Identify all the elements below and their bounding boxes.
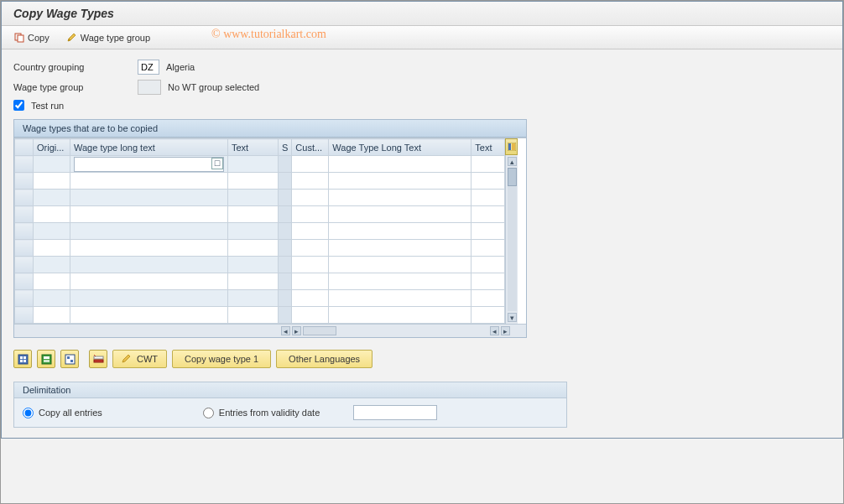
cell-text-left[interactable] <box>228 190 279 206</box>
cell-text-right[interactable] <box>471 307 505 324</box>
cell-text-right[interactable] <box>471 257 505 273</box>
country-grouping-input[interactable] <box>138 60 159 75</box>
cell-cust[interactable] <box>292 190 329 206</box>
cell-status[interactable] <box>279 273 292 290</box>
cell-cust[interactable] <box>292 240 329 257</box>
scroll-up-icon[interactable]: ▴ <box>508 157 517 166</box>
cell-orig[interactable] <box>34 290 70 307</box>
cell-orig[interactable] <box>34 206 70 223</box>
cell-orig[interactable] <box>34 156 70 173</box>
cell-longtext-right[interactable] <box>329 307 471 324</box>
cell-status[interactable] <box>279 290 292 307</box>
cell-orig[interactable] <box>34 223 70 240</box>
select-block-button[interactable] <box>37 350 55 368</box>
cell-longtext-left[interactable] <box>70 223 228 240</box>
cell-status[interactable] <box>279 240 292 257</box>
cell-cust[interactable] <box>292 156 329 173</box>
scroll-right-icon[interactable]: ▸ <box>501 326 510 335</box>
cell-longtext-left[interactable] <box>70 257 228 273</box>
horizontal-scrollbar-left[interactable]: ◂ ▸ <box>278 325 340 337</box>
deselect-all-button[interactable] <box>60 350 79 368</box>
cell-longtext-left[interactable] <box>70 290 228 307</box>
row-selector[interactable] <box>15 223 34 240</box>
select-all-button[interactable] <box>13 350 32 368</box>
delete-row-button[interactable] <box>89 350 107 368</box>
col-text-right[interactable]: Text <box>471 139 505 156</box>
col-longtext-left[interactable]: Wage type long text <box>70 139 228 156</box>
cell-text-right[interactable] <box>471 206 505 223</box>
cell-longtext-left[interactable] <box>70 190 228 206</box>
cell-longtext-right[interactable] <box>329 190 471 206</box>
col-s[interactable]: S <box>279 139 292 156</box>
col-cust[interactable]: Cust... <box>292 139 329 156</box>
cell-cust[interactable] <box>292 257 329 273</box>
col-longtext-right[interactable]: Wage Type Long Text <box>329 139 471 156</box>
row-selector[interactable] <box>15 206 34 223</box>
row-selector[interactable] <box>15 307 34 324</box>
cell-text-left[interactable] <box>228 206 279 223</box>
cell-longtext-right[interactable] <box>329 257 471 273</box>
cell-longtext-left[interactable] <box>70 307 228 324</box>
cell-status[interactable] <box>279 307 292 324</box>
cell-longtext-right[interactable] <box>329 173 471 190</box>
cell-text-left[interactable] <box>228 240 279 257</box>
validity-date-input[interactable] <box>353 405 437 420</box>
copy-button[interactable]: Copy <box>8 30 55 45</box>
cell-text-right[interactable] <box>471 240 505 257</box>
cell-cust[interactable] <box>292 173 329 190</box>
other-languages-button[interactable]: Other Languages <box>276 350 373 368</box>
table-config-button[interactable] <box>505 138 518 155</box>
copy-wage-type-1-button[interactable]: Copy wage type 1 <box>172 350 271 368</box>
cell-text-right[interactable] <box>471 290 505 307</box>
col-orig[interactable]: Origi... <box>34 139 70 156</box>
col-text-left[interactable]: Text <box>228 139 279 156</box>
cell-status[interactable] <box>279 190 292 206</box>
cell-text-right[interactable] <box>471 223 505 240</box>
cell-text-left[interactable] <box>228 290 279 307</box>
cell-orig[interactable] <box>34 307 70 324</box>
cell-text-right[interactable] <box>471 190 505 206</box>
cell-text-left[interactable] <box>228 273 279 290</box>
cell-longtext-left[interactable] <box>70 240 228 257</box>
wage-type-group-input[interactable] <box>138 80 161 95</box>
cell-status[interactable] <box>279 173 292 190</box>
cell-longtext-left[interactable] <box>70 273 228 290</box>
cell-text-left[interactable] <box>228 257 279 273</box>
row-selector[interactable] <box>15 273 34 290</box>
cell-status[interactable] <box>279 223 292 240</box>
scroll-right-icon[interactable]: ▸ <box>292 326 301 335</box>
row-selector[interactable] <box>15 290 34 307</box>
cell-text-right[interactable] <box>471 173 505 190</box>
wage-type-group-button[interactable]: Wage type group <box>60 29 156 45</box>
f4-help-icon[interactable]: ☐ <box>211 158 223 169</box>
cwt-button[interactable]: CWT <box>112 350 167 368</box>
entries-from-date-radio[interactable] <box>203 408 214 418</box>
wage-type-long-text-input[interactable] <box>74 157 224 172</box>
cell-longtext-right[interactable] <box>329 273 471 290</box>
cell-cust[interactable] <box>292 290 329 307</box>
cell-longtext-right[interactable] <box>329 240 471 257</box>
col-rowselect[interactable] <box>15 139 34 156</box>
row-selector[interactable] <box>15 240 34 257</box>
scroll-left-icon[interactable]: ◂ <box>490 326 499 335</box>
cell-text-right[interactable] <box>471 273 505 290</box>
scroll-left-icon[interactable]: ◂ <box>281 326 290 335</box>
cell-status[interactable] <box>279 257 292 273</box>
cell-longtext-left[interactable]: ☐ <box>70 156 228 173</box>
cell-cust[interactable] <box>292 223 329 240</box>
cell-longtext-left[interactable] <box>70 173 228 190</box>
scroll-down-icon[interactable]: ▾ <box>508 313 517 322</box>
cell-text-left[interactable] <box>228 223 279 240</box>
row-selector[interactable] <box>15 190 34 206</box>
cell-status[interactable] <box>279 156 292 173</box>
copy-all-entries-radio[interactable] <box>23 408 34 418</box>
row-selector[interactable] <box>15 156 34 173</box>
cell-longtext-right[interactable] <box>329 290 471 307</box>
cell-cust[interactable] <box>292 206 329 223</box>
row-selector[interactable] <box>15 173 34 190</box>
cell-orig[interactable] <box>34 173 70 190</box>
row-selector[interactable] <box>15 257 34 273</box>
test-run-checkbox[interactable] <box>13 100 24 111</box>
cell-longtext-right[interactable] <box>329 206 471 223</box>
cell-text-left[interactable] <box>228 173 279 190</box>
